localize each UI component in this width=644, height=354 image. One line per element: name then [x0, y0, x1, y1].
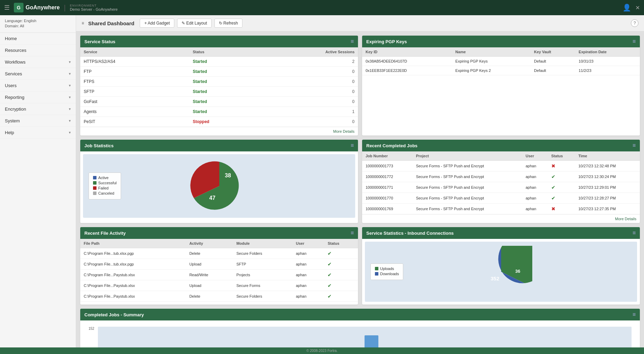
- service-status-header: Service Status ≡: [80, 36, 358, 47]
- table-row: 1000000001771 Secure Forms - SFTP Push a…: [362, 182, 640, 193]
- service-status-title: Service Status: [84, 39, 116, 44]
- chevron-down-icon: ▾: [69, 119, 71, 123]
- job-project: Secure Forms - SFTP Push and Encrypt: [413, 171, 522, 182]
- sidebar-item-system-label: System: [5, 118, 20, 123]
- chevron-down-icon: ▾: [69, 95, 71, 100]
- sidebar-item-workflows-label: Workflows: [5, 59, 26, 65]
- sidebar-item-workflows[interactable]: Workflows ▾: [0, 56, 76, 68]
- sidebar-item-system[interactable]: System ▾: [0, 115, 76, 127]
- table-row: Agents Started 1: [80, 107, 358, 117]
- file-user: aphan: [292, 259, 324, 270]
- sidebar-item-users[interactable]: Users ▾: [0, 80, 76, 92]
- sidebar-item-home[interactable]: Home: [0, 33, 76, 45]
- y-axis-labels: 152 114: [89, 327, 94, 347]
- col-key-id: Key ID: [362, 47, 452, 57]
- sidebar-item-home-label: Home: [5, 36, 17, 41]
- col-filepath: File Path: [80, 239, 186, 248]
- close-icon[interactable]: ✕: [635, 4, 640, 11]
- file-path: C:\Program File...Paystub.xlsx: [80, 280, 186, 291]
- service-more-details[interactable]: More Details: [80, 127, 358, 136]
- hamburger-menu[interactable]: ☰: [4, 4, 10, 11]
- widget-menu-icon[interactable]: ≡: [633, 38, 636, 45]
- table-row: 1000000001772 Secure Forms - SFTP Push a…: [362, 171, 640, 182]
- env-value: Demo Server - GoAnywhere: [70, 7, 118, 11]
- widget-menu-icon[interactable]: ≡: [633, 230, 636, 236]
- job-status: ✔: [548, 182, 575, 193]
- service-sessions: 0: [256, 67, 358, 77]
- legend-active: Active: [93, 176, 117, 180]
- service-name: FTP: [80, 67, 189, 77]
- environment-label: ENVIRONMENT Demo Server - GoAnywhere: [70, 4, 118, 11]
- job-time: 10/27/23 12:30:24 PM: [575, 171, 640, 182]
- file-activity: Delete: [186, 248, 233, 259]
- svg-text:47: 47: [209, 195, 215, 201]
- refresh-button[interactable]: ↻ Refresh: [214, 19, 242, 28]
- completed-jobs-summary-widget: Completed Jobs - Summary ≡ 152 114: [80, 309, 640, 347]
- sidebar-item-resources[interactable]: Resources: [0, 45, 76, 56]
- col-user: User: [522, 151, 548, 161]
- help-label: ?: [634, 21, 636, 26]
- main-content: ≡ Shared Dashboard + Add Gadget ✎ Edit L…: [76, 15, 644, 347]
- service-sessions: 0: [256, 117, 358, 127]
- service-name: Agents: [80, 107, 189, 117]
- sidebar-item-encryption[interactable]: Encryption ▾: [0, 103, 76, 115]
- service-status: Started: [189, 87, 256, 97]
- job-number: 1000000001769: [362, 204, 413, 214]
- recent-file-activity-header: Recent File Activity ≡: [80, 227, 358, 239]
- job-number: 1000000001770: [362, 193, 413, 204]
- completed-jobs-table: Job Number Project User Status Time 1000…: [362, 151, 640, 214]
- sidebar-item-reporting[interactable]: Reporting ▾: [0, 92, 76, 103]
- service-stats-inbound-widget: Service Statistics - Inbound Connections…: [362, 227, 640, 305]
- user-avatar-icon[interactable]: 👤: [623, 3, 631, 12]
- file-module: Projects: [233, 270, 292, 280]
- legend-active-label: Active: [98, 176, 109, 180]
- file-user: aphan: [292, 291, 324, 302]
- service-stats-inbound-title: Service Statistics - Inbound Connections: [366, 231, 454, 236]
- job-user: aphan: [522, 204, 548, 214]
- table-row: 1000000001773 Secure Forms - SFTP Push a…: [362, 161, 640, 171]
- job-status: ✖: [548, 161, 575, 171]
- service-sessions: 0: [256, 97, 358, 107]
- help-button[interactable]: ?: [631, 19, 638, 27]
- recent-file-activity-widget: Recent File Activity ≡ File Path Activit…: [80, 227, 358, 305]
- sidebar-item-reporting-label: Reporting: [5, 95, 24, 100]
- status-ok-icon: ✔: [328, 261, 332, 267]
- status-ok-icon: ✔: [551, 174, 555, 179]
- status-ok-icon: ✔: [328, 272, 332, 278]
- service-sessions: 1: [256, 107, 358, 117]
- inbound-pie-chart: 352 36: [470, 246, 532, 298]
- legend-uploads-label: Uploads: [380, 267, 394, 271]
- file-module: Secure Folders: [233, 291, 292, 302]
- file-activity-table: File Path Activity Module User Status C:…: [80, 239, 358, 302]
- col-user: User: [292, 239, 324, 248]
- y-label-152: 152: [89, 327, 94, 330]
- job-project: Secure Forms - SFTP Push and Encrypt: [413, 204, 522, 214]
- add-gadget-button[interactable]: + Add Gadget: [140, 19, 174, 28]
- service-name: HTTPS/AS2/AS4: [80, 57, 189, 67]
- refresh-label: ↻ Refresh: [219, 21, 238, 26]
- file-status: ✔: [324, 259, 358, 270]
- job-statistics-legend: Active Successful Failed Canceled: [89, 173, 121, 199]
- widget-menu-icon[interactable]: ≡: [351, 38, 354, 45]
- edit-layout-label: ✎ Edit Layout: [182, 21, 207, 26]
- widget-menu-icon[interactable]: ≡: [633, 142, 636, 149]
- edit-layout-button[interactable]: ✎ Edit Layout: [177, 19, 211, 28]
- key-id: 0x38AB54DEED64107D: [362, 57, 452, 66]
- service-name: GoFast: [80, 97, 189, 107]
- job-status: ✔: [548, 171, 575, 182]
- sidebar-item-services[interactable]: Services ▾: [0, 68, 76, 80]
- jobs-more-details[interactable]: More Details: [362, 214, 640, 223]
- sidebar-item-help[interactable]: Help ▾: [0, 127, 76, 139]
- job-project: Secure Forms - SFTP Push and Encrypt: [413, 161, 522, 171]
- legend-failed-label: Failed: [98, 186, 109, 190]
- widget-menu-icon[interactable]: ≡: [633, 311, 636, 318]
- widget-menu-icon[interactable]: ≡: [351, 142, 354, 149]
- table-row: C:\Program File...tub.xlsx.pgp Upload SF…: [80, 259, 358, 270]
- file-user: aphan: [292, 270, 324, 280]
- legend-failed: Failed: [93, 186, 117, 190]
- widget-menu-icon[interactable]: ≡: [351, 230, 354, 236]
- pgp-table: Key ID Name Key Vault Expiration Date 0x…: [362, 47, 640, 75]
- dashboard-title: Shared Dashboard: [88, 20, 134, 26]
- status-ok-icon: ✔: [551, 195, 555, 201]
- footer-text: © 2008-2023 Fortra.: [306, 349, 338, 353]
